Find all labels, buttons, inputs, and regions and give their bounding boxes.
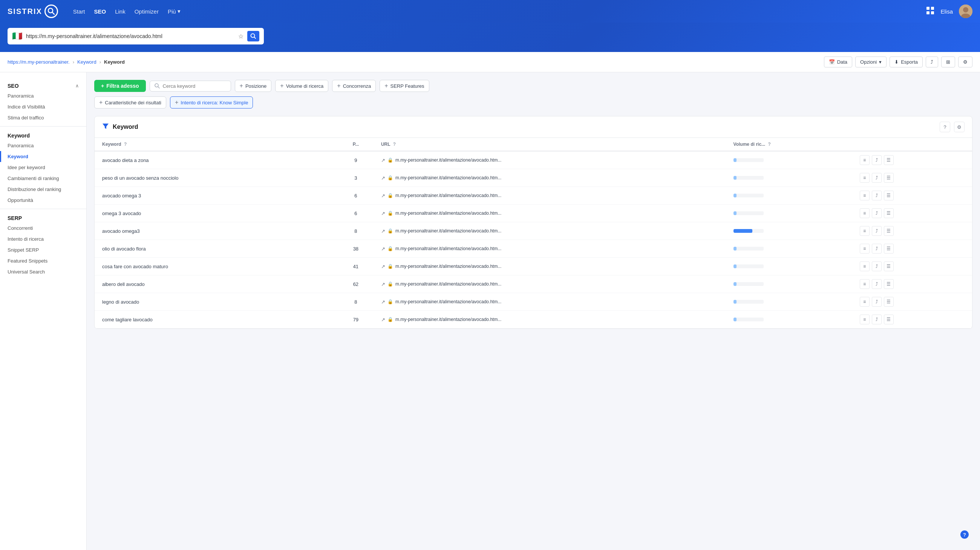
row-list-button[interactable]: ≡ [860, 208, 870, 218]
volume-cell [729, 151, 855, 169]
row-list-button[interactable]: ≡ [860, 244, 870, 254]
sidebar-item-panoramica-kw[interactable]: Panoramica [0, 140, 86, 151]
nav-optimizer[interactable]: Optimizer [135, 8, 159, 15]
star-icon[interactable]: ☆ [238, 33, 243, 40]
external-link-icon[interactable]: ↗ [381, 157, 385, 163]
row-list-button[interactable]: ≡ [860, 262, 870, 271]
sidebar-item-featured-snippets[interactable]: Featured Snippets [0, 255, 86, 266]
row-chart-button[interactable]: ⤴ [872, 173, 881, 183]
breadcrumb-keyword-link[interactable]: Keyword [77, 59, 97, 65]
posizione-filter-chip[interactable]: + Posizione [235, 80, 272, 92]
options-button[interactable]: Opzioni ▾ [855, 57, 886, 67]
row-table-button[interactable]: ☰ [884, 244, 894, 254]
external-link-icon[interactable]: ↗ [381, 228, 385, 234]
row-chart-button[interactable]: ⤴ [872, 226, 881, 236]
logo[interactable]: SISTRIX [8, 5, 58, 18]
row-table-button[interactable]: ☰ [884, 226, 894, 236]
nav-more[interactable]: Più ▾ [168, 8, 181, 15]
sidebar-item-intento[interactable]: Intento di ricerca [0, 233, 86, 244]
sidebar-item-visibilita[interactable]: Indice di Visibilità [0, 101, 86, 112]
row-list-button[interactable]: ≡ [860, 297, 870, 307]
external-link-icon[interactable]: ↗ [381, 299, 385, 305]
keyword-help-icon[interactable]: ? [124, 142, 127, 147]
row-list-button[interactable]: ≡ [860, 173, 870, 183]
download-icon: ⬇ [894, 59, 899, 65]
external-link-icon[interactable]: ↗ [381, 193, 385, 198]
keyword-search-input[interactable] [163, 83, 226, 89]
row-chart-button[interactable]: ⤴ [872, 155, 881, 165]
breadcrumb-domain[interactable]: https://m.my-personaltrainer. [8, 59, 70, 65]
row-list-button[interactable]: ≡ [860, 190, 870, 200]
sidebar-item-panoramica-seo[interactable]: Panoramica [0, 90, 86, 101]
sidebar-item-snippet-serp[interactable]: Snippet SERP [0, 244, 86, 255]
row-actions-cell: ≡ ⤴ ☰ [855, 204, 972, 222]
keyword-search-filter[interactable] [150, 81, 231, 92]
external-link-icon[interactable]: ↗ [381, 264, 385, 269]
nav-link[interactable]: Link [115, 8, 126, 15]
caratteristiche-filter-chip[interactable]: + Caratteristiche dei risultati [94, 97, 166, 108]
position-cell: 79 [335, 311, 377, 328]
row-chart-button[interactable]: ⤴ [872, 279, 881, 289]
row-chart-button[interactable]: ⤴ [872, 262, 881, 271]
row-chart-button[interactable]: ⤴ [872, 208, 881, 218]
row-chart-button[interactable]: ⤴ [872, 315, 881, 324]
external-link-icon[interactable]: ↗ [381, 211, 385, 216]
collapse-icon[interactable]: ∧ [75, 83, 79, 89]
search-go-button[interactable] [247, 31, 259, 41]
row-table-button[interactable]: ☰ [884, 279, 894, 289]
sidebar-item-universal-search[interactable]: Universal Search [0, 266, 86, 277]
serp-features-filter-chip[interactable]: + SERP Features [380, 80, 429, 92]
sidebar-item-idee[interactable]: Idee per keyword [0, 162, 86, 173]
row-table-button[interactable]: ☰ [884, 262, 894, 271]
sidebar-item-distribuzione[interactable]: Distribuzione del ranking [0, 184, 86, 195]
filtra-adesso-button[interactable]: + Filtra adesso [94, 80, 146, 92]
row-chart-button[interactable]: ⤴ [872, 244, 881, 254]
external-link-icon[interactable]: ↗ [381, 246, 385, 252]
data-button[interactable]: 📅 Data [824, 57, 852, 67]
sidebar-item-opportunita[interactable]: Opportunità [0, 195, 86, 206]
intento-ricerca-filter-chip[interactable]: + Intento di ricerca: Know Simple [170, 97, 253, 108]
row-list-button[interactable]: ≡ [860, 155, 870, 165]
volume-help-icon[interactable]: ? [768, 142, 770, 147]
settings-button[interactable]: ⚙ [958, 57, 972, 67]
row-list-button[interactable]: ≡ [860, 279, 870, 289]
sidebar-item-cambiamenti[interactable]: Cambiamenti di ranking [0, 173, 86, 184]
main-layout: SEO ∧ Panoramica Indice di Visibilità St… [0, 72, 980, 550]
volume-filter-chip[interactable]: + Volume di ricerca [275, 80, 328, 92]
row-table-button[interactable]: ☰ [884, 208, 894, 218]
row-list-button[interactable]: ≡ [860, 226, 870, 236]
url-help-icon[interactable]: ? [393, 142, 396, 147]
row-list-button[interactable]: ≡ [860, 315, 870, 324]
nav-seo[interactable]: SEO [94, 8, 106, 15]
row-table-button[interactable]: ☰ [884, 315, 894, 324]
url-cell: ↗ 🔒 m.my-personaltrainer.it/alimentazion… [377, 151, 729, 169]
sidebar-item-traffico[interactable]: Stima del traffico [0, 112, 86, 123]
search-input[interactable] [26, 33, 234, 39]
table-help-button[interactable]: ? [940, 122, 950, 132]
sidebar-item-concorrenti[interactable]: Concorrenti [0, 223, 86, 233]
plus-icon: + [240, 82, 243, 89]
volume-bar-fill [733, 282, 737, 286]
row-chart-button[interactable]: ⤴ [872, 297, 881, 307]
share-button[interactable]: ⤴ [926, 57, 938, 67]
help-badge[interactable]: ? [960, 530, 969, 539]
row-chart-button[interactable]: ⤴ [872, 190, 881, 200]
export-button[interactable]: ⬇ Esporta [889, 57, 923, 67]
external-link-icon[interactable]: ↗ [381, 317, 385, 322]
funnel-icon [102, 123, 109, 131]
concorrenza-filter-chip[interactable]: + Concorrenza [332, 80, 376, 92]
row-table-button[interactable]: ☰ [884, 297, 894, 307]
sidebar-item-keyword[interactable]: Keyword [0, 151, 86, 162]
volume-bar-bg [733, 265, 764, 268]
row-table-button[interactable]: ☰ [884, 155, 894, 165]
grid-icon[interactable] [926, 6, 934, 17]
settings-icon: ⚙ [963, 59, 967, 65]
external-link-icon[interactable]: ↗ [381, 175, 385, 181]
external-link-icon[interactable]: ↗ [381, 281, 385, 287]
table-settings-button[interactable]: ⚙ [954, 122, 964, 132]
row-table-button[interactable]: ☰ [884, 190, 894, 200]
layout-button[interactable]: ⊞ [941, 57, 955, 67]
row-table-button[interactable]: ☰ [884, 173, 894, 183]
nav-start[interactable]: Start [73, 8, 85, 15]
avatar[interactable] [959, 5, 972, 18]
